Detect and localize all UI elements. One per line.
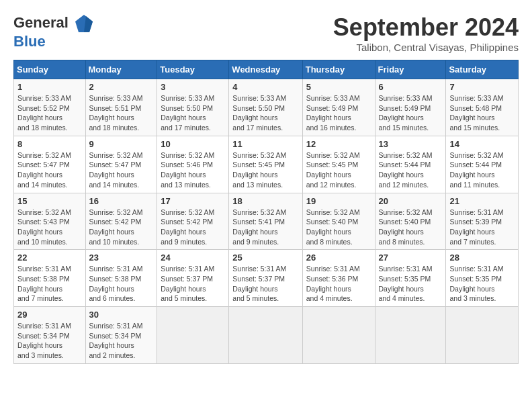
day-info: Sunrise: 5:33 AM Sunset: 5:50 PM Dayligh…: [161, 93, 225, 133]
logo: General Blue: [13, 13, 94, 50]
daylight-value: and 10 minutes.: [89, 238, 140, 246]
table-row: 7 Sunrise: 5:33 AM Sunset: 5:48 PM Dayli…: [446, 79, 519, 136]
daylight-label: Daylight hours: [449, 228, 494, 236]
daylight-label: Daylight hours: [17, 171, 62, 179]
sunrise-label: Sunrise: 5:32 AM: [232, 208, 286, 216]
sunset-label: Sunset: 5:43 PM: [17, 218, 70, 226]
daylight-value: and 6 minutes.: [89, 294, 136, 302]
daylight-value: and 9 minutes.: [161, 238, 207, 246]
day-number: 16: [89, 196, 154, 206]
sunset-label: Sunset: 5:35 PM: [449, 275, 502, 283]
day-number: 30: [89, 310, 154, 320]
daylight-value: and 5 minutes.: [232, 294, 279, 302]
sunrise-label: Sunrise: 5:33 AM: [161, 94, 214, 102]
month-title: September 2024: [333, 13, 519, 42]
day-info: Sunrise: 5:31 AM Sunset: 5:34 PM Dayligh…: [17, 321, 82, 361]
day-info: Sunrise: 5:33 AM Sunset: 5:49 PM Dayligh…: [306, 93, 371, 133]
daylight-value: and 18 minutes.: [17, 124, 68, 132]
day-number: 25: [232, 253, 298, 263]
daylight-value: and 4 minutes.: [379, 294, 425, 302]
day-info: Sunrise: 5:33 AM Sunset: 5:51 PM Dayligh…: [89, 93, 154, 133]
sunset-label: Sunset: 5:40 PM: [306, 218, 359, 226]
daylight-label: Daylight hours: [161, 113, 206, 122]
logo-blue: Blue: [13, 33, 46, 50]
col-friday: Friday: [375, 60, 446, 79]
day-info: Sunrise: 5:31 AM Sunset: 5:35 PM Dayligh…: [379, 264, 443, 304]
sunset-label: Sunset: 5:45 PM: [306, 161, 359, 169]
table-row: 24 Sunrise: 5:31 AM Sunset: 5:37 PM Dayl…: [157, 250, 229, 307]
sunset-label: Sunset: 5:37 PM: [232, 275, 285, 283]
day-number: 12: [306, 139, 371, 149]
day-number: 23: [89, 253, 154, 263]
table-row: 22 Sunrise: 5:31 AM Sunset: 5:38 PM Dayl…: [14, 250, 86, 307]
day-number: 26: [306, 253, 371, 263]
col-thursday: Thursday: [302, 60, 375, 79]
day-info: Sunrise: 5:32 AM Sunset: 5:43 PM Dayligh…: [17, 208, 82, 247]
table-row: 16 Sunrise: 5:32 AM Sunset: 5:42 PM Dayl…: [85, 193, 157, 250]
daylight-label: Daylight hours: [232, 285, 277, 293]
day-info: Sunrise: 5:32 AM Sunset: 5:45 PM Dayligh…: [232, 150, 298, 190]
daylight-label: Daylight hours: [306, 228, 351, 236]
day-info: Sunrise: 5:31 AM Sunset: 5:37 PM Dayligh…: [161, 264, 225, 304]
table-row: 20 Sunrise: 5:32 AM Sunset: 5:40 PM Dayl…: [375, 193, 446, 250]
table-row: 29 Sunrise: 5:31 AM Sunset: 5:34 PM Dayl…: [14, 307, 86, 364]
day-info: Sunrise: 5:33 AM Sunset: 5:52 PM Dayligh…: [17, 93, 82, 133]
daylight-value: and 5 minutes.: [161, 294, 207, 302]
calendar-week-row: 15 Sunrise: 5:32 AM Sunset: 5:43 PM Dayl…: [14, 193, 519, 250]
sunrise-label: Sunrise: 5:31 AM: [449, 265, 503, 273]
sunset-label: Sunset: 5:39 PM: [449, 218, 502, 226]
daylight-value: and 15 minutes.: [379, 124, 429, 132]
daylight-value: and 9 minutes.: [232, 238, 279, 246]
daylight-label: Daylight hours: [379, 285, 424, 293]
sunset-label: Sunset: 5:38 PM: [89, 275, 142, 283]
daylight-label: Daylight hours: [161, 285, 206, 293]
day-number: 29: [17, 310, 82, 320]
sunset-label: Sunset: 5:49 PM: [306, 104, 359, 112]
day-info: Sunrise: 5:32 AM Sunset: 5:47 PM Dayligh…: [89, 150, 154, 190]
daylight-value: and 17 minutes.: [161, 124, 211, 132]
daylight-value: and 14 minutes.: [17, 181, 68, 189]
daylight-label: Daylight hours: [17, 228, 62, 236]
daylight-value: and 17 minutes.: [232, 124, 283, 132]
day-info: Sunrise: 5:31 AM Sunset: 5:36 PM Dayligh…: [306, 264, 371, 304]
sunrise-label: Sunrise: 5:32 AM: [89, 151, 143, 159]
day-info: Sunrise: 5:31 AM Sunset: 5:34 PM Dayligh…: [89, 321, 154, 361]
daylight-label: Daylight hours: [379, 228, 424, 236]
table-row: 30 Sunrise: 5:31 AM Sunset: 5:34 PM Dayl…: [85, 307, 157, 364]
day-number: 27: [379, 253, 443, 263]
daylight-value: and 3 minutes.: [17, 351, 64, 359]
sunrise-label: Sunrise: 5:32 AM: [89, 208, 143, 216]
sunset-label: Sunset: 5:36 PM: [306, 275, 359, 283]
sunset-label: Sunset: 5:35 PM: [379, 275, 431, 283]
day-info: Sunrise: 5:31 AM Sunset: 5:38 PM Dayligh…: [17, 264, 82, 304]
table-row: [302, 307, 375, 364]
daylight-value: and 12 minutes.: [379, 181, 429, 189]
day-number: 2: [89, 82, 154, 92]
day-info: Sunrise: 5:32 AM Sunset: 5:46 PM Dayligh…: [161, 150, 225, 190]
day-number: 9: [89, 139, 154, 149]
daylight-label: Daylight hours: [449, 285, 494, 293]
daylight-label: Daylight hours: [89, 171, 134, 179]
sunrise-label: Sunrise: 5:33 AM: [306, 94, 360, 102]
table-row: 17 Sunrise: 5:32 AM Sunset: 5:42 PM Dayl…: [157, 193, 229, 250]
daylight-label: Daylight hours: [161, 171, 206, 179]
table-row: [446, 307, 519, 364]
day-number: 1: [17, 82, 82, 92]
table-row: 27 Sunrise: 5:31 AM Sunset: 5:35 PM Dayl…: [375, 250, 446, 307]
day-number: 4: [232, 82, 298, 92]
sunrise-label: Sunrise: 5:32 AM: [17, 151, 71, 159]
calendar-header-row: Sunday Monday Tuesday Wednesday Thursday…: [14, 60, 519, 79]
table-row: 26 Sunrise: 5:31 AM Sunset: 5:36 PM Dayl…: [302, 250, 375, 307]
sunrise-label: Sunrise: 5:33 AM: [17, 94, 71, 102]
day-number: 22: [17, 253, 82, 263]
daylight-value: and 8 minutes.: [379, 238, 425, 246]
table-row: [157, 307, 229, 364]
sunset-label: Sunset: 5:49 PM: [379, 104, 431, 112]
day-number: 10: [161, 139, 225, 149]
daylight-value: and 14 minutes.: [89, 181, 140, 189]
daylight-label: Daylight hours: [17, 341, 62, 349]
table-row: 10 Sunrise: 5:32 AM Sunset: 5:46 PM Dayl…: [157, 136, 229, 193]
sunset-label: Sunset: 5:50 PM: [232, 104, 285, 112]
sunset-label: Sunset: 5:44 PM: [379, 161, 431, 169]
day-info: Sunrise: 5:32 AM Sunset: 5:44 PM Dayligh…: [449, 150, 515, 190]
